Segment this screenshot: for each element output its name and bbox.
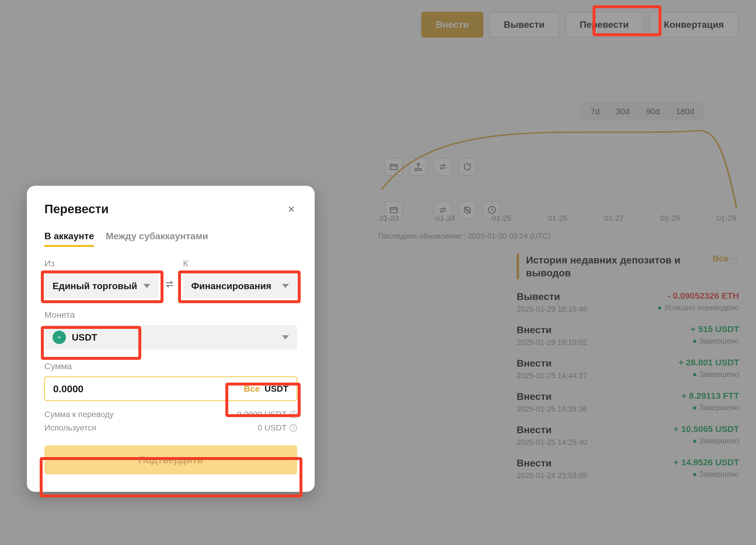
history-view-all[interactable]: Все → xyxy=(713,253,739,263)
history-item[interactable]: Внести 2025-01-25 14:44:37 + 26.801 USDT… xyxy=(517,358,739,380)
from-account-select[interactable]: Единый торговый xyxy=(44,274,158,298)
used-value: 0 USDT xyxy=(257,423,287,433)
history-item-type: Вывести xyxy=(517,291,587,302)
coin-label: Монета xyxy=(44,310,297,320)
axis-date: 01-29 xyxy=(717,214,736,223)
history-item-status: Завершено xyxy=(674,436,739,445)
history-item-status: Завершено xyxy=(691,337,739,346)
help-icon[interactable]: ? xyxy=(290,411,297,418)
chart-x-axis: 01-23 01-24 01-25 01-26 01-27 01-28 01-2… xyxy=(377,214,739,223)
from-label: Из xyxy=(44,258,158,268)
help-icon[interactable]: ? xyxy=(290,424,297,432)
used-label: Используется xyxy=(44,423,96,433)
history-item-type: Внести xyxy=(517,324,587,336)
axis-date: 01-24 xyxy=(436,214,455,223)
caret-down-icon xyxy=(143,284,150,288)
coin-value: USDT xyxy=(72,332,97,343)
usdt-icon xyxy=(53,331,66,344)
history-item-time: 2025-01-29 18:16:48 xyxy=(517,305,587,314)
history-item-amount: + 8.29113 FTT xyxy=(681,391,739,401)
last-update-text: Последнее обновление:: 2025-01-30 03:24 … xyxy=(377,231,739,241)
history-item-time: 2025-01-29 18:10:02 xyxy=(517,338,587,347)
history-item-status: Успешно переведено xyxy=(658,303,739,312)
history-item-status: Завершено xyxy=(681,403,739,412)
amount-label: Сумма xyxy=(44,361,297,371)
caret-down-icon xyxy=(282,284,289,288)
history-item[interactable]: Внести 2025-01-24 23:53:05 + 14.9526 USD… xyxy=(517,457,739,480)
amount-unit: USDT xyxy=(264,384,288,394)
history-item-amount: + 26.801 USDT xyxy=(678,358,739,368)
history-item[interactable]: Вывести 2025-01-29 18:16:48 - 0.09052326… xyxy=(517,291,739,314)
modal-title: Перевести xyxy=(44,202,109,216)
transfer-modal: Перевести В аккаунте Между субаккаунтами… xyxy=(27,186,315,492)
amount-all-button[interactable]: Все xyxy=(244,384,260,394)
balance-chart: 7d 30d 90d 180d 01-23 01-24 01-25 01-26 … xyxy=(371,93,739,246)
history-item[interactable]: Внести 2025-01-25 14:38:36 + 8.29113 FTT… xyxy=(517,391,739,414)
history-item-amount: - 0.09052326 ETH xyxy=(658,291,739,301)
history-item-amount: + 10.5065 USDT xyxy=(674,424,739,434)
from-account-value: Единый торговый xyxy=(53,281,137,292)
history-item[interactable]: Внести 2025-01-25 14:25:40 + 10.5065 USD… xyxy=(517,424,739,447)
arrow-right-icon: → xyxy=(730,253,739,263)
axis-date: 01-28 xyxy=(661,214,680,223)
top-action-bar: Внести Вывести Перевести Конвертация xyxy=(421,12,738,38)
axis-date: 01-26 xyxy=(548,214,568,223)
coin-select[interactable]: USDT xyxy=(44,325,297,350)
history-item[interactable]: Внести 2025-01-29 18:10:02 + 515 USDT За… xyxy=(517,324,739,347)
history-item-type: Внести xyxy=(517,424,587,436)
axis-date: 01-25 xyxy=(492,214,511,223)
deposit-button[interactable]: Внести xyxy=(421,12,483,38)
withdraw-button[interactable]: Вывести xyxy=(489,12,559,38)
range-90d[interactable]: 90d xyxy=(638,104,668,119)
tab-sub-accounts[interactable]: Между субаккаунтами xyxy=(106,231,208,247)
amount-input[interactable] xyxy=(53,383,244,395)
caret-down-icon xyxy=(282,335,289,340)
convert-button[interactable]: Конвертация xyxy=(649,12,738,38)
range-180d[interactable]: 180d xyxy=(668,104,702,119)
to-account-select[interactable]: Финансирования xyxy=(183,274,297,298)
history-item-amount: + 515 USDT xyxy=(691,324,739,334)
to-account-value: Финансирования xyxy=(191,281,271,292)
transfer-button[interactable]: Перевести xyxy=(565,12,643,38)
history-item-type: Внести xyxy=(517,391,587,402)
history-item-time: 2025-01-25 14:25:40 xyxy=(517,438,587,447)
close-icon[interactable] xyxy=(285,203,297,215)
history-item-amount: + 14.9526 USDT xyxy=(674,457,739,467)
history-item-time: 2025-01-24 23:53:05 xyxy=(517,471,587,480)
axis-date: 01-23 xyxy=(379,214,399,223)
swap-accounts-icon[interactable] xyxy=(164,279,177,298)
history-all-label: Все xyxy=(713,253,729,263)
history-item-time: 2025-01-25 14:38:36 xyxy=(517,405,587,414)
range-7d[interactable]: 7d xyxy=(582,104,608,119)
transferable-value: 0.0000 USDT xyxy=(237,410,287,419)
axis-date: 01-27 xyxy=(604,214,624,223)
chart-svg xyxy=(377,126,739,210)
history-section: История недавних депозитов и выводов Все… xyxy=(517,253,739,491)
confirm-button[interactable]: Подтвердить xyxy=(44,445,297,474)
chart-range-pills: 7d 30d 90d 180d xyxy=(581,102,704,121)
to-label: К xyxy=(183,258,297,268)
transferable-label: Сумма к переводу xyxy=(44,410,114,419)
tab-in-account[interactable]: В аккаунте xyxy=(44,231,94,247)
history-title: История недавних депозитов и выводов xyxy=(526,253,713,279)
history-item-type: Внести xyxy=(517,358,587,369)
history-item-status: Завершено xyxy=(678,370,739,379)
history-item-type: Внести xyxy=(517,457,587,469)
amount-input-wrap: Все USDT xyxy=(44,377,297,401)
history-item-time: 2025-01-25 14:44:37 xyxy=(517,371,587,380)
history-item-status: Завершено xyxy=(674,470,739,479)
range-30d[interactable]: 30d xyxy=(608,104,638,119)
